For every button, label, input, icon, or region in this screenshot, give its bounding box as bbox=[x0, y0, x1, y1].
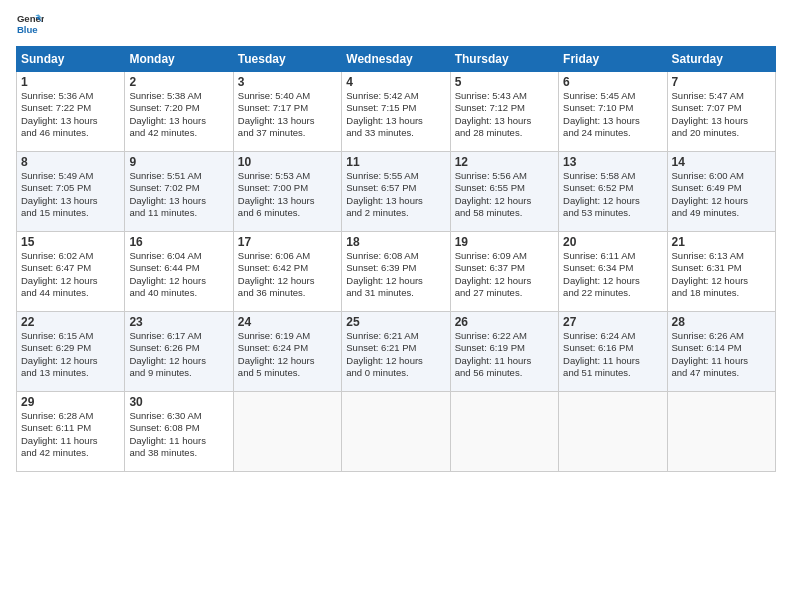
day-info-line: Daylight: 12 hours bbox=[455, 275, 554, 287]
day-cell: 3Sunrise: 5:40 AMSunset: 7:17 PMDaylight… bbox=[233, 72, 341, 152]
day-info-line: and 42 minutes. bbox=[129, 127, 228, 139]
day-info-line: Daylight: 12 hours bbox=[455, 195, 554, 207]
day-cell: 24Sunrise: 6:19 AMSunset: 6:24 PMDayligh… bbox=[233, 312, 341, 392]
day-cell bbox=[667, 392, 775, 472]
day-info-line: Sunrise: 6:08 AM bbox=[346, 250, 445, 262]
svg-text:Blue: Blue bbox=[17, 24, 38, 35]
day-info-line: Daylight: 11 hours bbox=[129, 435, 228, 447]
day-info-line: and 38 minutes. bbox=[129, 447, 228, 459]
week-row: 1Sunrise: 5:36 AMSunset: 7:22 PMDaylight… bbox=[17, 72, 776, 152]
day-number: 7 bbox=[672, 75, 771, 89]
day-info-line: Sunrise: 5:53 AM bbox=[238, 170, 337, 182]
day-info-line: and 18 minutes. bbox=[672, 287, 771, 299]
day-info-line: and 6 minutes. bbox=[238, 207, 337, 219]
day-cell: 29Sunrise: 6:28 AMSunset: 6:11 PMDayligh… bbox=[17, 392, 125, 472]
day-info-line: Daylight: 12 hours bbox=[672, 195, 771, 207]
day-info-line: Sunrise: 6:11 AM bbox=[563, 250, 662, 262]
day-info-line: Sunrise: 6:02 AM bbox=[21, 250, 120, 262]
week-row: 15Sunrise: 6:02 AMSunset: 6:47 PMDayligh… bbox=[17, 232, 776, 312]
week-row: 8Sunrise: 5:49 AMSunset: 7:05 PMDaylight… bbox=[17, 152, 776, 232]
day-number: 27 bbox=[563, 315, 662, 329]
day-info-line: Sunset: 6:39 PM bbox=[346, 262, 445, 274]
day-info-line: and 36 minutes. bbox=[238, 287, 337, 299]
day-info-line: Sunrise: 5:38 AM bbox=[129, 90, 228, 102]
day-info-line: and 20 minutes. bbox=[672, 127, 771, 139]
day-cell: 19Sunrise: 6:09 AMSunset: 6:37 PMDayligh… bbox=[450, 232, 558, 312]
day-info-line: Daylight: 13 hours bbox=[455, 115, 554, 127]
col-header-saturday: Saturday bbox=[667, 47, 775, 72]
day-info-line: Daylight: 13 hours bbox=[129, 195, 228, 207]
day-info-line: Daylight: 12 hours bbox=[346, 355, 445, 367]
day-info-line: Sunrise: 6:00 AM bbox=[672, 170, 771, 182]
day-info-line: Sunset: 6:29 PM bbox=[21, 342, 120, 354]
day-info-line: Sunrise: 6:06 AM bbox=[238, 250, 337, 262]
day-number: 4 bbox=[346, 75, 445, 89]
day-info-line: and 37 minutes. bbox=[238, 127, 337, 139]
day-cell: 8Sunrise: 5:49 AMSunset: 7:05 PMDaylight… bbox=[17, 152, 125, 232]
col-header-thursday: Thursday bbox=[450, 47, 558, 72]
day-info-line: and 9 minutes. bbox=[129, 367, 228, 379]
day-info-line: and 24 minutes. bbox=[563, 127, 662, 139]
day-info-line: Sunset: 6:31 PM bbox=[672, 262, 771, 274]
day-number: 21 bbox=[672, 235, 771, 249]
day-info-line: and 51 minutes. bbox=[563, 367, 662, 379]
day-number: 11 bbox=[346, 155, 445, 169]
day-info-line: Sunrise: 6:04 AM bbox=[129, 250, 228, 262]
day-cell: 26Sunrise: 6:22 AMSunset: 6:19 PMDayligh… bbox=[450, 312, 558, 392]
day-cell: 28Sunrise: 6:26 AMSunset: 6:14 PMDayligh… bbox=[667, 312, 775, 392]
day-info-line: Daylight: 12 hours bbox=[563, 195, 662, 207]
day-info-line: Sunset: 6:21 PM bbox=[346, 342, 445, 354]
day-info-line: Sunset: 7:10 PM bbox=[563, 102, 662, 114]
day-number: 26 bbox=[455, 315, 554, 329]
day-info-line: Sunset: 6:57 PM bbox=[346, 182, 445, 194]
day-number: 12 bbox=[455, 155, 554, 169]
day-info-line: and 56 minutes. bbox=[455, 367, 554, 379]
day-info-line: Sunrise: 6:19 AM bbox=[238, 330, 337, 342]
day-info-line: Sunrise: 5:56 AM bbox=[455, 170, 554, 182]
day-number: 28 bbox=[672, 315, 771, 329]
day-number: 6 bbox=[563, 75, 662, 89]
day-info-line: Daylight: 13 hours bbox=[346, 195, 445, 207]
day-number: 10 bbox=[238, 155, 337, 169]
day-number: 8 bbox=[21, 155, 120, 169]
day-info-line: and 40 minutes. bbox=[129, 287, 228, 299]
day-number: 29 bbox=[21, 395, 120, 409]
day-cell: 6Sunrise: 5:45 AMSunset: 7:10 PMDaylight… bbox=[559, 72, 667, 152]
day-info-line: Sunset: 6:11 PM bbox=[21, 422, 120, 434]
day-cell bbox=[233, 392, 341, 472]
day-cell: 5Sunrise: 5:43 AMSunset: 7:12 PMDaylight… bbox=[450, 72, 558, 152]
day-info-line: Daylight: 13 hours bbox=[346, 115, 445, 127]
day-info-line: Sunset: 6:55 PM bbox=[455, 182, 554, 194]
day-info-line: Sunrise: 6:26 AM bbox=[672, 330, 771, 342]
day-number: 23 bbox=[129, 315, 228, 329]
week-row: 29Sunrise: 6:28 AMSunset: 6:11 PMDayligh… bbox=[17, 392, 776, 472]
day-info-line: Sunrise: 6:15 AM bbox=[21, 330, 120, 342]
day-number: 3 bbox=[238, 75, 337, 89]
day-info-line: Sunset: 6:42 PM bbox=[238, 262, 337, 274]
day-info-line: and 5 minutes. bbox=[238, 367, 337, 379]
day-cell: 30Sunrise: 6:30 AMSunset: 6:08 PMDayligh… bbox=[125, 392, 233, 472]
day-info-line: Daylight: 11 hours bbox=[455, 355, 554, 367]
day-cell: 27Sunrise: 6:24 AMSunset: 6:16 PMDayligh… bbox=[559, 312, 667, 392]
day-number: 2 bbox=[129, 75, 228, 89]
day-cell: 21Sunrise: 6:13 AMSunset: 6:31 PMDayligh… bbox=[667, 232, 775, 312]
day-info-line: Sunrise: 5:45 AM bbox=[563, 90, 662, 102]
day-info-line: Sunset: 6:49 PM bbox=[672, 182, 771, 194]
day-cell: 17Sunrise: 6:06 AMSunset: 6:42 PMDayligh… bbox=[233, 232, 341, 312]
day-info-line: Daylight: 12 hours bbox=[129, 355, 228, 367]
day-info-line: Daylight: 12 hours bbox=[672, 275, 771, 287]
day-cell: 16Sunrise: 6:04 AMSunset: 6:44 PMDayligh… bbox=[125, 232, 233, 312]
day-cell bbox=[450, 392, 558, 472]
day-cell bbox=[559, 392, 667, 472]
day-cell: 20Sunrise: 6:11 AMSunset: 6:34 PMDayligh… bbox=[559, 232, 667, 312]
day-cell: 25Sunrise: 6:21 AMSunset: 6:21 PMDayligh… bbox=[342, 312, 450, 392]
day-cell: 22Sunrise: 6:15 AMSunset: 6:29 PMDayligh… bbox=[17, 312, 125, 392]
day-info-line: Sunset: 7:20 PM bbox=[129, 102, 228, 114]
day-info-line: and 0 minutes. bbox=[346, 367, 445, 379]
day-info-line: Sunset: 7:02 PM bbox=[129, 182, 228, 194]
day-info-line: Sunset: 6:14 PM bbox=[672, 342, 771, 354]
day-info-line: and 27 minutes. bbox=[455, 287, 554, 299]
day-info-line: Sunrise: 6:13 AM bbox=[672, 250, 771, 262]
day-info-line: Sunset: 7:22 PM bbox=[21, 102, 120, 114]
day-info-line: Sunrise: 6:28 AM bbox=[21, 410, 120, 422]
